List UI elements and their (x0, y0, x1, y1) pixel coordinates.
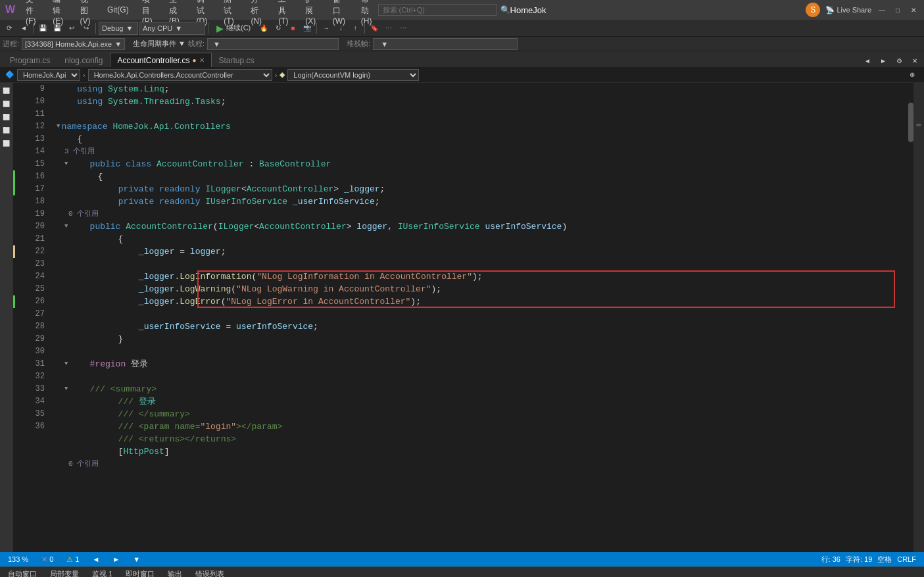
toolbar-restart-btn[interactable]: ↻ (272, 22, 285, 35)
minimize-btn[interactable]: — (877, 5, 887, 15)
tab-close-all[interactable]: ✕ (908, 54, 921, 67)
code-line-13[interactable]: { (54, 133, 908, 145)
activity-icon-5[interactable]: ⬜ (1, 138, 12, 149)
toolbar-back-btn[interactable]: ◄ (17, 22, 30, 35)
cpu-config-dropdown[interactable]: Any CPU▼ (139, 22, 205, 35)
bottom-tab-auto-window[interactable]: 自动窗口 (5, 568, 39, 577)
code-line-10[interactable]: using System.Threading.Tasks; (54, 95, 908, 108)
toolbar-save-btn[interactable]: 💾 (36, 22, 49, 35)
path-expand-btn[interactable]: ⊕ (906, 68, 919, 82)
bottom-tab-immediate[interactable]: 即时窗口 (123, 568, 157, 577)
code-line-30[interactable] (54, 370, 908, 383)
tab-nlog-config[interactable]: nlog.config (57, 53, 110, 67)
tab-settings[interactable]: ⚙ (892, 54, 906, 67)
project-select[interactable]: HomeJok.Api (17, 69, 80, 81)
stack-dropdown[interactable]: ▼ (373, 38, 518, 50)
search-input[interactable] (378, 4, 497, 16)
class-select[interactable]: HomeJok.Api.Controllers.AccountControlle… (88, 69, 272, 81)
activity-icon-3[interactable]: ⬜ (1, 112, 12, 122)
code-line-26[interactable]: _userInfoService = userInfoService ; (54, 320, 908, 333)
code-line-28[interactable] (54, 345, 908, 358)
toolbar-bookmark-btn[interactable]: 🔖 (368, 22, 381, 35)
scrollbar-thumb[interactable] (908, 103, 913, 142)
toolbar-new-btn[interactable]: ⟳ (3, 22, 16, 35)
continue-btn[interactable]: ▶ 继续(C) (211, 22, 256, 35)
char-info[interactable]: 字符: 19 (843, 555, 875, 564)
collapse-icon-29[interactable]: ▼ (64, 358, 68, 370)
toolbar-redo-btn[interactable]: ↪ (80, 22, 93, 35)
code-line-29[interactable]: ▼ #region 登录 (54, 358, 908, 370)
error-count[interactable]: ✕ 0 (39, 555, 56, 564)
bottom-tab-locals[interactable]: 局部变量 (47, 568, 82, 577)
collapse-icon-14[interactable]: ▼ (64, 158, 68, 170)
live-share-btn[interactable]: 📡 Live Share (825, 6, 871, 14)
code-line-16[interactable]: private readonly ILogger < AccountContro… (54, 183, 908, 195)
code-content[interactable]: using System.Linq; using System.Threadin… (54, 83, 908, 552)
code-line-9[interactable]: using System.Linq; (54, 83, 908, 95)
code-line-11[interactable] (54, 108, 908, 120)
nav-next-btn[interactable]: ► (110, 555, 122, 563)
bottom-tab-errors[interactable]: 错误列表 (193, 568, 227, 577)
collapse-icon-18[interactable]: ▼ (64, 220, 68, 233)
code-line-15[interactable]: { (54, 170, 908, 183)
tab-startup-cs[interactable]: Startup.cs (212, 53, 262, 67)
close-btn[interactable]: ✕ (908, 5, 919, 15)
code-line-24[interactable]: _logger . LogError ( "NLog LogError in A… (54, 295, 908, 308)
code-line-14[interactable]: ▼ public class AccountController : BaseC… (54, 158, 908, 170)
tab-account-controller[interactable]: AccountController.cs ● ✕ (110, 53, 211, 67)
code-line-36[interactable]: [ HttpPost ] (54, 445, 908, 458)
toolbar-more2-btn[interactable]: ⋯ (397, 22, 410, 35)
process-dropdown[interactable]: [334368] HomeJok.Api.exe ▼ (22, 38, 125, 50)
code-line-12[interactable]: ▼ namespace HomeJok.Api.Controllers (54, 120, 908, 133)
line-info[interactable]: 行: 36 (819, 555, 843, 564)
code-line-22[interactable]: _logger . LogInformation ( "NLog LogInfo… (54, 270, 908, 283)
bottom-tab-watch[interactable]: 监视 1 (89, 568, 115, 577)
toolbar-more1-btn[interactable]: ⋯ (382, 22, 395, 35)
tab-scroll-right[interactable]: ► (877, 54, 890, 67)
code-line-25[interactable] (54, 308, 908, 320)
activity-icon-2[interactable]: ⬜ (1, 99, 12, 109)
code-line-31[interactable]: ▼ /// <summary> (54, 383, 908, 395)
maximize-btn[interactable]: □ (892, 5, 903, 15)
code-line-27[interactable]: } (54, 333, 908, 345)
code-line-17[interactable]: private readonly IUserInfoService _userI… (54, 195, 908, 208)
encoding-info[interactable]: CRLF (894, 555, 919, 564)
nav-prev-btn[interactable]: ◄ (89, 555, 102, 563)
tab-scroll-left[interactable]: ◄ (861, 54, 874, 67)
user-avatar[interactable]: S (806, 3, 820, 17)
nav-dropdown-btn[interactable]: ▼ (130, 555, 143, 563)
lifecycle-events-btn[interactable]: 生命周期事件 ▼ (133, 39, 185, 49)
code-line-35[interactable]: /// <returns></returns> (54, 433, 908, 445)
collapse-icon-31[interactable]: ▼ (64, 383, 68, 395)
method-select[interactable]: Login(AccountVM login) (287, 69, 419, 81)
tab-program-cs[interactable]: Program.cs (3, 53, 57, 67)
toolbar-hotstart-btn[interactable]: 🔥 (257, 22, 270, 35)
bottom-tab-output[interactable]: 输出 (165, 568, 185, 577)
code-line-23[interactable]: _logger . LogWarning ( "NLog LogWarning … (54, 283, 908, 295)
tab-close-icon[interactable]: ● (192, 57, 196, 64)
code-line-33[interactable]: /// </summary> (54, 408, 908, 420)
toolbar-step-out[interactable]: ↑ (349, 22, 362, 35)
code-line-21[interactable] (54, 258, 908, 270)
activity-icon-4[interactable]: ⬜ (1, 125, 12, 136)
toolbar-saveall-btn[interactable]: 💾 (51, 22, 64, 35)
spaces-info[interactable]: 空格 (875, 555, 894, 564)
code-line-34[interactable]: /// <param name= "login" ></param> (54, 420, 908, 433)
toolbar-stop-btn[interactable]: ■ (286, 22, 299, 35)
menu-git[interactable]: Git(G) (105, 5, 132, 14)
zoom-control[interactable]: 133 % (5, 555, 31, 563)
tab-x-icon[interactable]: ✕ (199, 57, 205, 64)
code-line-19[interactable]: { (54, 233, 908, 245)
activity-icon-1[interactable]: ⬜ (1, 86, 12, 96)
toolbar-undo-btn[interactable]: ↩ (65, 22, 78, 35)
thread-dropdown[interactable]: ▼ (207, 38, 339, 50)
warning-count[interactable]: ⚠ 1 (64, 555, 82, 564)
toolbar-step-into[interactable]: ↓ (334, 22, 347, 35)
vertical-scrollbar[interactable] (908, 83, 913, 552)
code-line-20[interactable]: _logger = logger ; (54, 245, 908, 258)
collapse-icon-12[interactable]: ▼ (57, 120, 60, 133)
code-line-32[interactable]: /// 登录 (54, 395, 908, 408)
debug-config-dropdown[interactable]: Debug▼ (99, 22, 138, 35)
toolbar-screenshot-btn[interactable]: 📷 (301, 22, 314, 35)
toolbar-step-over[interactable]: → (320, 22, 333, 35)
